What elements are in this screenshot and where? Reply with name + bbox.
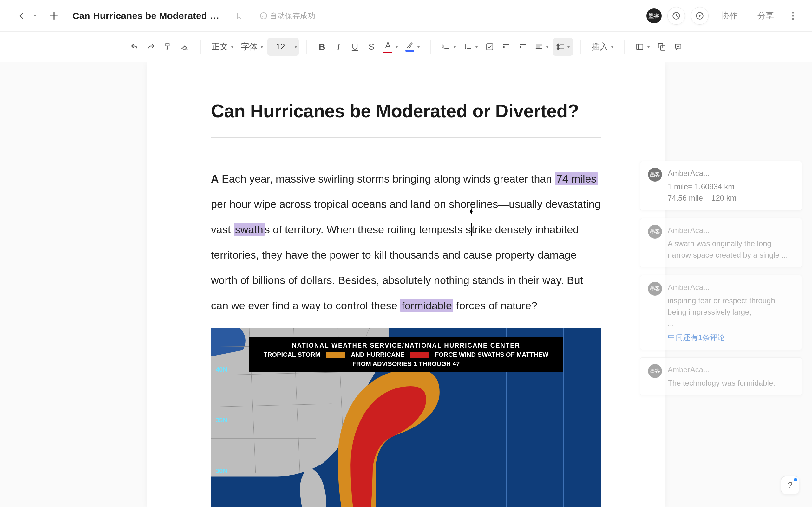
font-family-label: 字体 bbox=[241, 41, 258, 52]
line-spacing-button[interactable]: ▾ bbox=[553, 38, 573, 56]
back-dropdown[interactable] bbox=[31, 7, 39, 25]
highlighter-icon bbox=[406, 42, 414, 49]
comments-panel: 墨客 AmberAca... 1 mile= 1.60934 km 74.56 … bbox=[640, 161, 802, 395]
underline-icon: U bbox=[352, 42, 358, 52]
comment-button[interactable] bbox=[670, 38, 686, 56]
svg-point-10 bbox=[465, 48, 466, 49]
more-button[interactable] bbox=[786, 11, 799, 20]
doc-title-header[interactable]: Can Hurricanes be Moderated or... bbox=[72, 10, 224, 21]
share-button[interactable]: 分享 bbox=[751, 8, 781, 24]
outdent-button[interactable] bbox=[515, 38, 530, 56]
user-avatar[interactable]: 墨客 bbox=[647, 8, 662, 23]
text-color-icon: A bbox=[385, 41, 391, 50]
text-cursor bbox=[471, 217, 472, 242]
hurricane-map-figure[interactable]: NATIONAL WEATHER SERVICE/NATIONAL HURRIC… bbox=[211, 328, 601, 507]
history-button[interactable] bbox=[667, 7, 685, 25]
indent-button[interactable] bbox=[499, 38, 514, 56]
legend-swatch-orange bbox=[326, 352, 345, 358]
legend-ts: TROPICAL STORM bbox=[264, 351, 320, 358]
comment-more-link[interactable]: 中间还有1条评论 bbox=[668, 332, 794, 343]
new-doc-button[interactable] bbox=[45, 7, 63, 25]
collaborate-button[interactable]: 协作 bbox=[714, 8, 745, 24]
undo-button[interactable] bbox=[126, 38, 142, 56]
para-text-1: Each year, massive swirling storms bring… bbox=[219, 173, 555, 185]
document-title[interactable]: Can Hurricanes be Moderated or Diverted? bbox=[211, 100, 601, 121]
indent-icon bbox=[502, 43, 511, 51]
chevron-left-icon bbox=[17, 12, 26, 20]
bookmark-button[interactable] bbox=[230, 7, 248, 25]
highlight-swath[interactable]: swath bbox=[234, 223, 264, 236]
insert-menu[interactable]: 插入▾ bbox=[589, 38, 617, 56]
title-divider bbox=[211, 137, 601, 137]
lat-40n: 40N bbox=[216, 366, 227, 373]
comment-line: inspiring fear or respect through being … bbox=[668, 295, 794, 318]
comment-line: The technology was formidable. bbox=[668, 377, 794, 389]
layout-button[interactable]: ▾ bbox=[632, 38, 653, 56]
para-text-3: s of territory. When these roiling tempe… bbox=[264, 223, 471, 235]
comment-icon bbox=[674, 43, 682, 51]
redo-icon bbox=[147, 43, 156, 51]
comment-card[interactable]: 墨客 AmberAca... The technology was formid… bbox=[640, 357, 802, 395]
find-replace-button[interactable] bbox=[654, 38, 669, 56]
svg-point-3 bbox=[792, 15, 794, 17]
dots-vertical-icon bbox=[792, 11, 794, 20]
comment-author: AmberAca... bbox=[668, 225, 794, 236]
format-painter-button[interactable] bbox=[160, 38, 176, 56]
present-button[interactable] bbox=[691, 7, 709, 25]
font-family-select[interactable]: 字体▾ bbox=[238, 38, 266, 56]
redo-button[interactable] bbox=[143, 38, 159, 56]
paragraph-a[interactable]: A Each year, massive swirling storms bri… bbox=[211, 166, 601, 318]
italic-icon: I bbox=[337, 42, 340, 52]
svg-point-2 bbox=[792, 12, 794, 14]
checklist-button[interactable] bbox=[482, 38, 497, 56]
section-letter: A bbox=[211, 173, 219, 185]
line-spacing-icon bbox=[556, 43, 564, 51]
workspace: Can Hurricanes be Moderated or Diverted?… bbox=[0, 62, 812, 507]
caret-down-icon bbox=[33, 14, 37, 18]
svg-point-4 bbox=[792, 18, 794, 20]
find-replace-icon bbox=[657, 43, 666, 51]
clear-format-button[interactable] bbox=[177, 38, 193, 56]
legend-and: AND HURRICANE bbox=[351, 351, 404, 358]
check-circle-icon: ✓ bbox=[260, 12, 267, 19]
unordered-list-button[interactable]: ▾ bbox=[460, 38, 481, 56]
highlight-color-button[interactable]: ▾ bbox=[402, 38, 423, 56]
outdent-icon bbox=[518, 43, 527, 51]
underline-button[interactable]: U bbox=[347, 38, 362, 56]
autosave-label: 自动保存成功 bbox=[270, 11, 315, 21]
text-color-button[interactable]: A▾ bbox=[380, 38, 401, 56]
comment-card[interactable]: 墨客 AmberAca... 1 mile= 1.60934 km 74.56 … bbox=[640, 161, 802, 210]
bookmark-icon bbox=[235, 11, 243, 20]
paragraph-style-select[interactable]: 正文▾ bbox=[208, 38, 237, 56]
legend-force: FORCE WIND SWATHS OF MATTHEW bbox=[435, 351, 548, 358]
comment-line: ... bbox=[668, 318, 794, 329]
paragraph-style-label: 正文 bbox=[212, 41, 228, 52]
help-button[interactable]: ? bbox=[781, 476, 799, 494]
back-button[interactable] bbox=[13, 7, 31, 25]
legend-line1: NATIONAL WEATHER SERVICE/NATIONAL HURRIC… bbox=[256, 342, 556, 349]
strikethrough-button[interactable]: S bbox=[364, 38, 379, 56]
comment-author: AmberAca... bbox=[668, 168, 794, 179]
comment-avatar: 墨客 bbox=[648, 225, 662, 239]
highlight-formidable[interactable]: formidable bbox=[400, 299, 453, 312]
document-page[interactable]: Can Hurricanes be Moderated or Diverted?… bbox=[148, 62, 664, 507]
ordered-list-icon: 123 bbox=[442, 43, 450, 51]
comment-line: 1 mile= 1.60934 km bbox=[668, 181, 794, 192]
comment-card[interactable]: 墨客 AmberAca... inspiring fear or respect… bbox=[640, 275, 802, 350]
insert-label: 插入 bbox=[592, 41, 608, 52]
history-icon bbox=[672, 11, 681, 20]
layout-icon bbox=[635, 43, 644, 51]
comment-card[interactable]: 墨客 AmberAca... A swath was originally th… bbox=[640, 218, 802, 268]
align-left-icon bbox=[535, 43, 543, 51]
plus-icon bbox=[49, 11, 59, 20]
map-legend: NATIONAL WEATHER SERVICE/NATIONAL HURRIC… bbox=[249, 337, 563, 372]
ordered-list-button[interactable]: 123▾ bbox=[438, 38, 459, 56]
italic-button[interactable]: I bbox=[331, 38, 346, 56]
highlight-74miles[interactable]: 74 miles bbox=[555, 172, 598, 185]
comment-avatar: 墨客 bbox=[648, 364, 662, 378]
font-size-select[interactable]: 12 ▾ bbox=[267, 38, 299, 56]
align-button[interactable]: ▾ bbox=[531, 38, 552, 56]
bold-button[interactable]: B bbox=[314, 38, 329, 56]
top-header: Can Hurricanes be Moderated or... ✓ 自动保存… bbox=[0, 0, 812, 32]
svg-rect-12 bbox=[637, 44, 643, 49]
